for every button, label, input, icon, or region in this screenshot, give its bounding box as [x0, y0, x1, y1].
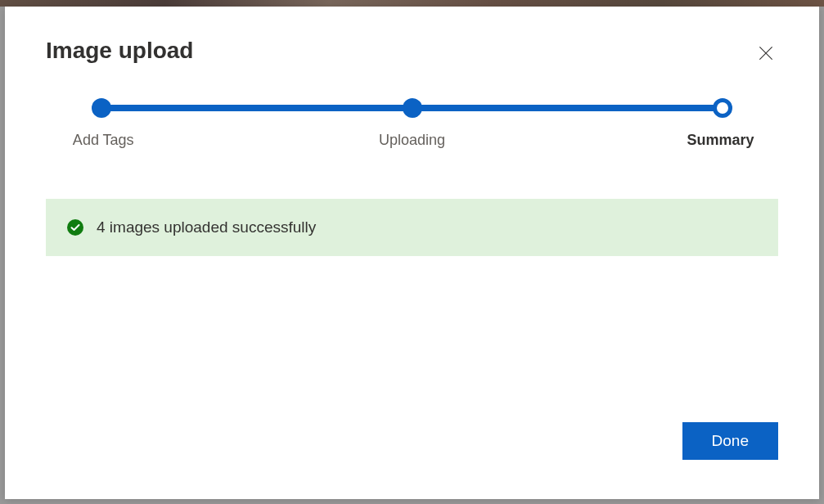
- dialog-footer: Done: [5, 422, 819, 499]
- status-message: 4 images uploaded successfully: [97, 218, 316, 236]
- checkmark-circle-icon: [67, 219, 83, 236]
- image-upload-dialog: Image upload Add Tags Uploading Summary: [5, 7, 819, 499]
- step-dot-uploading: [403, 98, 422, 118]
- done-button[interactable]: Done: [682, 422, 778, 460]
- step-label-uploading: Uploading: [379, 132, 445, 149]
- close-icon: [757, 52, 775, 65]
- success-banner: 4 images uploaded successfully: [46, 199, 778, 256]
- dialog-header: Image upload: [5, 7, 819, 83]
- wizard-progress: Add Tags Uploading Summary: [5, 83, 819, 179]
- step-label-summary: Summary: [687, 132, 754, 149]
- step-dot-summary: [713, 98, 732, 118]
- backdrop-gallery-strip: [0, 0, 824, 7]
- step-labels: Add Tags Uploading Summary: [101, 132, 723, 151]
- close-button[interactable]: [754, 41, 778, 68]
- svg-point-0: [67, 219, 83, 236]
- step-dot-add-tags: [92, 98, 111, 118]
- step-label-add-tags: Add Tags: [73, 132, 134, 149]
- dialog-title: Image upload: [46, 38, 193, 64]
- step-track: [101, 97, 723, 119]
